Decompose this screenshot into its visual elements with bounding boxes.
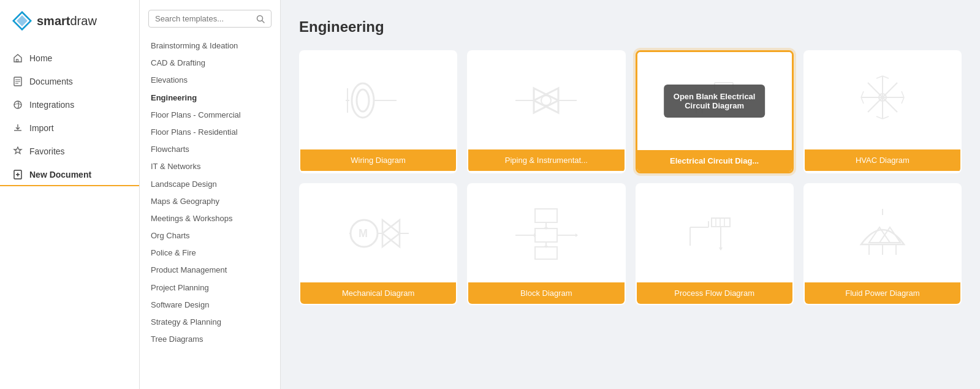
template-category-panel: Brainstorming & Ideation CAD & Drafting … [140, 0, 281, 389]
nav-home[interactable]: Home [0, 47, 139, 70]
search-input[interactable] [155, 14, 256, 23]
new-doc-icon [12, 169, 23, 180]
template-card-fluid-power[interactable]: Fluid Power Diagram [803, 183, 962, 305]
category-police[interactable]: Police & Fire [148, 244, 272, 262]
category-landscape[interactable]: Landscape Design [148, 176, 272, 193]
template-card-wiring[interactable]: Wiring Diagram [299, 50, 457, 173]
svg-line-35 [861, 91, 864, 97]
svg-line-32 [883, 76, 889, 78]
svg-marker-41 [382, 220, 400, 247]
svg-rect-46 [535, 209, 557, 222]
integrations-icon [12, 99, 23, 110]
svg-marker-42 [382, 220, 400, 247]
svg-point-8 [352, 83, 374, 118]
template-card-block[interactable]: Block Diagram [467, 183, 625, 305]
svg-line-36 [861, 97, 864, 104]
category-meetings[interactable]: Meetings & Workshops [148, 210, 272, 227]
hvac-diagram-svg [846, 70, 919, 131]
documents-icon [12, 76, 23, 87]
category-maps[interactable]: Maps & Geography [148, 193, 272, 210]
block-label: Block Diagram [468, 282, 624, 304]
piping-preview [468, 51, 624, 149]
fluid-power-diagram-svg [846, 203, 919, 264]
svg-rect-47 [535, 228, 557, 242]
electrical-diagram-svg [678, 70, 751, 132]
template-grid: Wiring Diagram Piping & Instrumentat... … [299, 50, 962, 305]
logo-text: smartdraw [37, 14, 97, 28]
svg-line-34 [883, 116, 889, 119]
nav-import[interactable]: Import [0, 116, 139, 140]
mechanical-diagram-svg: M [338, 203, 418, 264]
svg-rect-3 [17, 59, 18, 62]
template-card-process-flow[interactable]: Process Flow Diagram [636, 183, 794, 305]
search-button[interactable] [256, 15, 265, 23]
svg-line-37 [902, 91, 904, 97]
category-brainstorming[interactable]: Brainstorming & Ideation [148, 37, 272, 55]
category-strategy[interactable]: Strategy & Planning [148, 314, 272, 331]
svg-line-31 [876, 76, 883, 78]
template-card-mechanical[interactable]: M Mechanical Diagram [299, 183, 457, 305]
sidebar: smartdraw Home Documents Integrations [0, 0, 140, 389]
electrical-preview: Open Blank ElectricalCircuit Diagram [637, 52, 792, 150]
search-box[interactable] [148, 10, 272, 28]
process-flow-diagram-svg [678, 203, 751, 264]
mechanical-preview: M [300, 184, 456, 282]
nav-integrations[interactable]: Integrations [0, 93, 139, 116]
category-flowcharts[interactable]: Flowcharts [148, 141, 272, 158]
svg-marker-13 [534, 88, 558, 113]
process-flow-preview [637, 184, 792, 282]
piping-label: Piping & Instrumentat... [468, 149, 624, 171]
category-product[interactable]: Product Management [148, 262, 272, 279]
wiring-preview [300, 51, 456, 149]
logo-icon [12, 11, 32, 31]
svg-line-38 [902, 97, 904, 104]
svg-marker-66 [719, 247, 723, 251]
category-elevations[interactable]: Elevations [148, 72, 272, 89]
category-org-charts[interactable]: Org Charts [148, 227, 272, 244]
block-diagram-svg [509, 203, 583, 264]
category-software[interactable]: Software Design [148, 296, 272, 314]
category-list: Brainstorming & Ideation CAD & Drafting … [148, 37, 272, 348]
wiring-diagram-svg [341, 70, 415, 131]
fluid-power-preview [805, 184, 960, 282]
process-flow-label: Process Flow Diagram [637, 282, 792, 304]
template-card-piping[interactable]: Piping & Instrumentat... [467, 50, 625, 173]
svg-marker-56 [575, 233, 578, 237]
fluid-power-label: Fluid Power Diagram [805, 282, 960, 304]
template-card-electrical[interactable]: Open Blank ElectricalCircuit Diagram Ele… [636, 50, 794, 173]
svg-line-33 [876, 116, 883, 119]
nav-new-document[interactable]: New Document [0, 163, 139, 186]
home-icon [12, 53, 23, 64]
svg-point-15 [541, 96, 551, 105]
hvac-preview [805, 51, 960, 149]
star-icon [12, 146, 23, 157]
nav-menu: Home Documents Integrations Import Favor… [0, 42, 139, 191]
main-content: Engineering Wiring Diagram [281, 0, 980, 389]
template-card-hvac[interactable]: HVAC Diagram [803, 50, 962, 173]
mechanical-label: Mechanical Diagram [300, 282, 456, 304]
svg-point-9 [357, 89, 369, 111]
category-cad[interactable]: CAD & Drafting [148, 55, 272, 72]
block-preview [468, 184, 624, 282]
category-tree[interactable]: Tree Diagrams [148, 331, 272, 348]
wiring-label: Wiring Diagram [300, 149, 456, 171]
svg-rect-60 [712, 218, 730, 227]
category-floor-commercial[interactable]: Floor Plans - Commercial [148, 107, 272, 124]
piping-diagram-svg [509, 70, 583, 131]
category-project[interactable]: Project Planning [148, 279, 272, 296]
category-floor-residential[interactable]: Floor Plans - Residential [148, 124, 272, 141]
nav-favorites[interactable]: Favorites [0, 140, 139, 163]
nav-documents[interactable]: Documents [0, 70, 139, 93]
electrical-label: Electrical Circuit Diag... [637, 150, 792, 172]
import-icon [12, 123, 23, 134]
logo-area: smartdraw [0, 0, 139, 42]
category-it-networks[interactable]: IT & Networks [148, 158, 272, 175]
svg-rect-48 [535, 247, 557, 259]
hvac-label: HVAC Diagram [805, 149, 960, 171]
page-title: Engineering [299, 18, 962, 36]
svg-text:M: M [359, 227, 368, 240]
category-engineering[interactable]: Engineering [148, 89, 272, 107]
svg-point-5 [14, 101, 21, 108]
svg-marker-14 [534, 88, 558, 113]
